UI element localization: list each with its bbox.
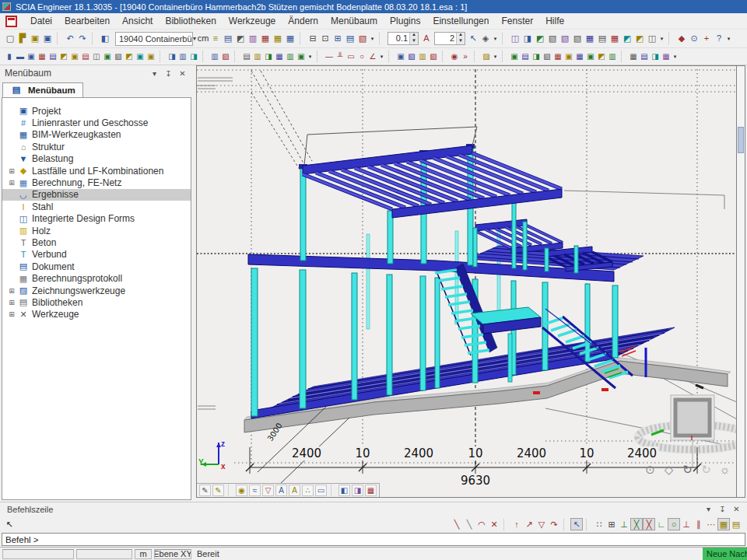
dropdown-icon[interactable]: ▾ — [492, 32, 499, 45]
menu-ansicht[interactable]: Ansicht — [116, 16, 159, 26]
level-mark-icon[interactable]: ╨ — [335, 51, 345, 62]
show-member-labels-icon[interactable]: ▧ — [571, 32, 584, 45]
layers-icon[interactable]: ≡ — [209, 32, 222, 45]
vertical-scrollbar[interactable] — [736, 65, 745, 498]
tree-item-linienraster-und-geschosse[interactable]: #Linienraster und Geschosse — [2, 117, 191, 128]
circle-mark-icon[interactable]: ○ — [356, 51, 367, 62]
dropdown-icon[interactable]: ▾ — [658, 32, 665, 45]
tree-item-integrierte-design-forms[interactable]: ◫Integrierte Design Forms — [2, 213, 191, 225]
show-node-labels-icon[interactable]: ▦ — [584, 32, 596, 45]
menu-werkzeuge[interactable]: Werkzeuge — [223, 16, 282, 26]
document-icon[interactable]: ▤ — [344, 32, 356, 45]
move-icon[interactable]: ◨ — [263, 51, 274, 62]
load-panel-icon[interactable]: ▣ — [102, 51, 113, 62]
activity-icon[interactable]: ◩ — [234, 32, 247, 45]
show-surfaces-icon[interactable]: ◫ — [509, 32, 521, 45]
tree-item-belastung[interactable]: ▼Belastung — [2, 153, 191, 165]
scia-logo-icon[interactable] — [5, 16, 17, 27]
panel-menu-icon[interactable]: ▾ — [149, 69, 160, 78]
grid-line-snap-icon[interactable]: ⊞ — [605, 518, 618, 530]
new-layer-icon[interactable]: ▨ — [481, 51, 492, 62]
flag-icon[interactable]: ▽ — [262, 485, 274, 496]
tree-item-holz[interactable]: ▥Holz — [2, 225, 191, 236]
save-image-icon[interactable]: ▦ — [628, 51, 639, 62]
label-edit-icon[interactable]: A — [289, 485, 300, 496]
angle-mark-icon[interactable]: ∠ — [367, 51, 378, 62]
fe-mesh-icon[interactable]: ▦ — [259, 32, 272, 45]
table-results-icon[interactable]: ▦ — [284, 32, 296, 45]
elevation-mark-icon[interactable]: ▭ — [345, 51, 356, 62]
line-snap-icon[interactable]: ╲ — [451, 518, 463, 530]
cross-link-icon[interactable]: ▣ — [135, 51, 146, 62]
save-all-icon[interactable]: ▣ — [29, 32, 41, 45]
node-grid-icon[interactable]: ▧ — [220, 51, 231, 62]
label-move-icon[interactable]: A — [275, 485, 287, 496]
show-sections-icon[interactable]: ◩ — [633, 32, 646, 45]
tree-item-ergebnisse[interactable]: ◡Ergebnisse — [2, 189, 191, 201]
clipboard-icon[interactable]: ▥ — [247, 32, 259, 45]
menu-datei[interactable]: Datei — [24, 16, 58, 26]
show-model-data-icon[interactable]: ◩ — [621, 32, 633, 45]
tree-item-struktur[interactable]: ⌂Struktur — [2, 141, 191, 152]
pointer-cursor-icon[interactable]: ↖ — [3, 518, 16, 530]
menu-hilfe[interactable]: Hilfe — [539, 16, 570, 26]
parallel-snap-icon[interactable]: ∥ — [693, 518, 705, 530]
snap-settings-icon[interactable]: ▤ — [730, 518, 742, 530]
tree-item-berechnungsprotokoll[interactable]: ▦Berechnungsprotokoll — [2, 272, 191, 284]
show-results-icon[interactable]: ▤ — [596, 32, 608, 45]
orthogonal-snap-icon[interactable]: ∟ — [655, 518, 668, 530]
tangent-snap-icon[interactable]: ○ — [668, 518, 680, 530]
menu-fenster[interactable]: Fenster — [495, 16, 539, 26]
rib-icon[interactable]: ◫ — [91, 51, 102, 62]
model-3d-viewport[interactable]: 2400 10 2400 10 2400 10 2400 9630 3000 Y… — [196, 65, 736, 498]
show-loads-icon[interactable]: ▧ — [546, 32, 559, 45]
perpendicular-snap-icon[interactable]: ⊥ — [680, 518, 693, 530]
tree-item-verbund[interactable]: TVerbund — [2, 249, 191, 261]
point-load-icon[interactable]: ▦ — [552, 51, 563, 62]
menu-einstellungen[interactable]: Einstellungen — [426, 16, 495, 26]
properties-brush-icon[interactable]: ▧ — [428, 51, 439, 62]
rotate-view-icon[interactable]: ↻ — [680, 462, 695, 477]
paste-format-icon[interactable]: ▥ — [417, 51, 428, 62]
wall-icon[interactable]: ▣ — [69, 51, 80, 62]
tree-item-stahl[interactable]: IStahl — [2, 201, 191, 212]
point-cloud-icon[interactable]: ∴ — [302, 485, 314, 496]
what-is-this-icon[interactable]: ? — [713, 32, 725, 45]
calculator-icon[interactable]: ⊞ — [331, 32, 344, 45]
dropdown-icon[interactable]: ▾ — [672, 51, 679, 62]
intersection-snap-icon[interactable]: ╳ — [643, 518, 655, 530]
split-window-icon[interactable]: ◧ — [99, 32, 111, 45]
scrollbar-thumb[interactable] — [738, 127, 744, 153]
spin-down-icon[interactable]: ▼ — [457, 39, 465, 45]
moment-load-icon[interactable]: ▣ — [585, 51, 596, 62]
menu-bibliotheken[interactable]: Bibliotheken — [159, 16, 222, 26]
dropdown-icon[interactable]: ▾ — [378, 51, 385, 62]
panel-menu-icon[interactable]: ▾ — [703, 505, 714, 513]
tab-menubaum[interactable]: ▤ Menübaum — [2, 82, 83, 97]
tree-item-beton[interactable]: TBeton — [2, 236, 191, 248]
show-rendering-icon[interactable]: ◨ — [521, 32, 534, 45]
pin-icon[interactable]: ↧ — [163, 69, 174, 78]
dropdown-icon[interactable]: ▾ — [725, 32, 732, 45]
print-preview-icon[interactable]: ⊡ — [319, 32, 331, 45]
copy-format-icon[interactable]: ▧ — [406, 51, 417, 62]
multi-copy-icon[interactable]: ▥ — [252, 51, 263, 62]
pin-icon[interactable]: ↧ — [717, 505, 728, 513]
accelerator-icon[interactable]: ◆ — [675, 32, 688, 45]
decimals-spinner[interactable]: 2 ▲▼ — [434, 32, 465, 45]
midpoint-snap-icon[interactable]: ⊥ — [618, 518, 630, 530]
hinge-icon[interactable]: ▤ — [520, 51, 531, 62]
bracing-icon[interactable]: ◩ — [124, 51, 135, 62]
menu-plugins[interactable]: Plugins — [384, 16, 426, 26]
tree-item-bibliotheken[interactable]: ⊞▤Bibliotheken — [2, 296, 191, 308]
undo-icon[interactable]: ↶ — [64, 32, 76, 45]
dropdown-icon[interactable]: ▾ — [307, 51, 314, 62]
grid-point-snap-icon[interactable]: ∷ — [593, 518, 605, 530]
opening-icon[interactable]: ▤ — [47, 51, 58, 62]
dropdown-icon[interactable]: ▾ — [492, 51, 499, 62]
zoom-loupe-icon[interactable]: ⊙ — [643, 462, 658, 477]
mirror-icon[interactable]: ▥ — [285, 51, 296, 62]
show-local-axes-icon[interactable]: ▦ — [608, 32, 621, 45]
document-view-icon[interactable]: ▦ — [661, 51, 672, 62]
shell-icon[interactable]: ▤ — [80, 51, 91, 62]
